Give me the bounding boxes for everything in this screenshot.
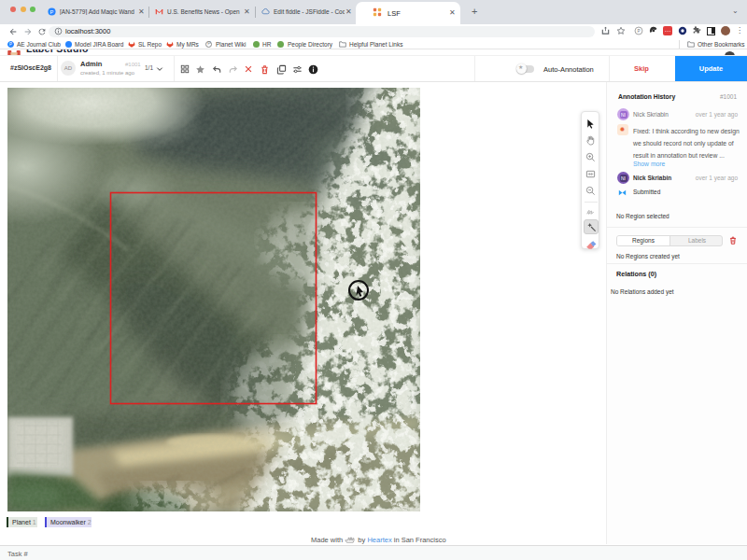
svg-text:P: P — [50, 9, 54, 15]
svg-text:P: P — [9, 42, 12, 47]
svg-text:P: P — [637, 29, 640, 34]
